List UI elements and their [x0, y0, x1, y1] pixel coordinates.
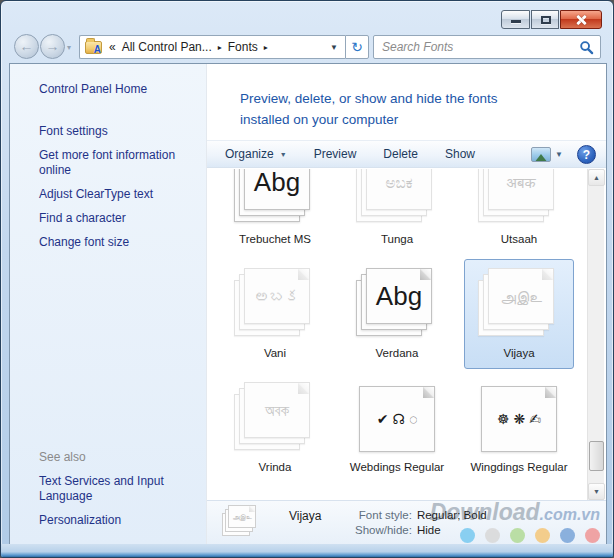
breadcrumb-overflow-chevron[interactable]: «: [107, 38, 118, 56]
font-file-icon: ಅಬಕ: [354, 169, 440, 228]
page-title: Preview, delete, or show and hide the fo…: [207, 64, 577, 130]
font-file-icon: Abg: [232, 169, 318, 228]
scroll-up-button[interactable]: ▲: [588, 169, 605, 186]
sidebar-item-control-panel-home[interactable]: Control Panel Home: [39, 82, 196, 97]
font-preview-glyphs: ☸❋✍: [493, 412, 545, 426]
font-preview-glyphs: అబక: [255, 289, 300, 304]
show-hide-label: Show/hide:: [355, 524, 412, 536]
sidebar-task-link[interactable]: Find a character: [39, 211, 196, 226]
font-tile[interactable]: ✔☊◌Webdings Regular: [342, 373, 452, 483]
font-file-icon: அஇஉ: [476, 268, 562, 342]
command-toolbar: Organize ▼ Preview Delete Show ▼ ?: [207, 140, 606, 168]
font-file-icon: अबक: [476, 169, 562, 228]
back-button[interactable]: ←: [14, 34, 39, 59]
page-fold-icon: [298, 383, 309, 394]
fonts-folder-icon: A: [85, 41, 102, 54]
address-bar[interactable]: A « All Control Pan... ▸ Fonts ▸ ▼: [79, 35, 345, 59]
help-button[interactable]: ?: [577, 145, 596, 164]
breadcrumb-arrow-icon[interactable]: ▸: [216, 43, 224, 52]
change-view-button[interactable]: [531, 147, 551, 162]
font-tile[interactable]: অবকVrinda: [220, 373, 330, 483]
font-name-label: Wingdings Regular: [465, 460, 573, 474]
preview-button[interactable]: Preview: [314, 147, 357, 161]
page-fold-icon: [423, 387, 434, 398]
font-tile[interactable]: AbgVerdana: [342, 259, 452, 369]
font-file-icon: ✔☊◌: [354, 382, 440, 456]
minimize-button[interactable]: [501, 10, 530, 29]
show-hide-value: Hide: [417, 524, 487, 536]
sidebar-task-link[interactable]: Font settings: [39, 124, 196, 139]
font-name-label: Utsaah: [465, 232, 573, 246]
close-icon: [575, 14, 587, 26]
font-file-icon: অবক: [232, 382, 318, 456]
organize-menu-button[interactable]: Organize ▼: [225, 147, 287, 161]
see-also-link[interactable]: Personalization: [39, 513, 194, 528]
font-tile[interactable]: అబకVani: [220, 259, 330, 369]
scroll-down-button[interactable]: ▼: [588, 483, 605, 500]
window-bottom-frame: [1, 544, 613, 557]
show-button[interactable]: Show: [445, 147, 475, 161]
vertical-scrollbar[interactable]: ▲ ▼: [587, 169, 604, 500]
font-name-label: Vrinda: [221, 460, 329, 474]
breadcrumb-arrow-icon[interactable]: ▸: [262, 43, 270, 52]
font-file-icon: అబక: [232, 268, 318, 342]
maximize-button[interactable]: [531, 10, 559, 29]
font-name-label: Tunga: [343, 232, 451, 246]
font-file-icon: ☸❋✍: [476, 382, 562, 456]
refresh-button[interactable]: ↻: [345, 35, 369, 59]
font-name-label: Vijaya: [465, 346, 573, 360]
help-icon: ?: [583, 148, 590, 162]
font-preview-glyphs: Abg: [376, 283, 422, 309]
title-bar[interactable]: [1, 1, 613, 31]
scrollbar-thumb[interactable]: [589, 441, 604, 471]
font-name-label: Vani: [221, 346, 329, 360]
see-also-section: See also Text Services and Input Languag…: [39, 450, 194, 537]
details-pane: Download.com.vn அஇஉ Vijaya Font style: R…: [207, 500, 606, 545]
see-also-heading: See also: [39, 450, 194, 464]
breadcrumb-item-control-panel[interactable]: All Control Pan...: [118, 38, 216, 56]
delete-button[interactable]: Delete: [383, 147, 418, 161]
font-preview-glyphs: अबक: [506, 175, 535, 190]
sidebar-task-link[interactable]: Get more font information online: [39, 148, 196, 178]
sidebar-task-links: Font settingsGet more font information o…: [39, 124, 196, 250]
sidebar-task-link[interactable]: Adjust ClearType text: [39, 187, 196, 202]
page-fold-icon: [420, 269, 431, 280]
close-button[interactable]: [560, 10, 602, 29]
maximize-icon: [541, 16, 551, 24]
font-preview-glyphs: অবক: [265, 403, 289, 418]
font-style-value: Regular; Bold: [417, 509, 487, 521]
back-arrow-icon: ←: [20, 38, 34, 54]
page-fold-icon: [542, 269, 553, 280]
main-panel: Preview, delete, or show and hide the fo…: [207, 64, 606, 545]
font-preview-glyphs: ಅಬಕ: [386, 175, 413, 190]
sidebar-task-link[interactable]: Change font size: [39, 235, 196, 250]
search-input[interactable]: [380, 39, 579, 55]
views-dropdown-icon[interactable]: ▼: [555, 150, 563, 159]
font-name-label: Verdana: [343, 346, 451, 360]
forward-button[interactable]: →: [40, 34, 65, 59]
forward-arrow-icon: →: [46, 38, 60, 54]
font-tile[interactable]: ಅಬಕTunga: [342, 169, 452, 255]
font-tile[interactable]: AbgTrebuchet MS: [220, 169, 330, 255]
font-style-label: Font style:: [355, 509, 412, 521]
selected-font-icon: அஇஉ: [221, 505, 263, 541]
refresh-icon: ↻: [351, 39, 363, 55]
search-box[interactable]: [373, 35, 601, 59]
font-name-label: Trebuchet MS: [221, 232, 329, 246]
font-preview-glyphs: ✔☊◌: [373, 412, 421, 426]
recent-pages-dropdown[interactable]: ▾: [67, 43, 71, 52]
navigation-bar: ← → ▾ A « All Control Pan... ▸ Fonts ▸ ▼…: [1, 31, 613, 63]
minimize-icon: [511, 20, 521, 23]
page-fold-icon: [545, 387, 556, 398]
page-fold-icon: [298, 269, 309, 280]
font-tile[interactable]: ☸❋✍Wingdings Regular: [464, 373, 574, 483]
address-dropdown-icon[interactable]: ▼: [327, 43, 341, 52]
font-tile[interactable]: அஇஉVijaya: [464, 259, 574, 369]
fonts-control-panel-window: ← → ▾ A « All Control Pan... ▸ Fonts ▸ ▼…: [0, 0, 614, 558]
selected-font-name: Vijaya: [289, 509, 355, 523]
breadcrumb-item-fonts[interactable]: Fonts: [224, 38, 262, 56]
font-name-label: Webdings Regular: [343, 460, 451, 474]
font-tile[interactable]: अबकUtsaah: [464, 169, 574, 255]
window-content: Control Panel Home Font settingsGet more…: [9, 63, 607, 546]
see-also-link[interactable]: Text Services and Input Language: [39, 474, 194, 504]
